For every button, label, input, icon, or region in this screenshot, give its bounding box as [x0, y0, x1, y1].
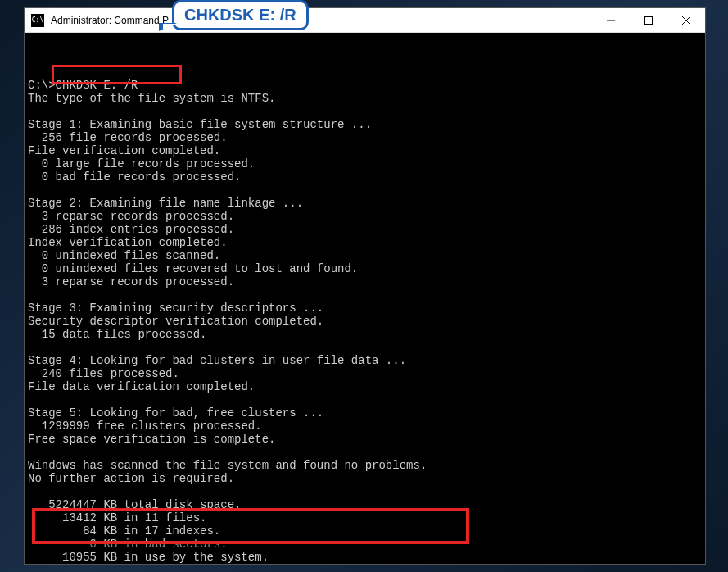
terminal-line: Stage 4: Looking for bad clusters in use…	[28, 354, 702, 367]
terminal-line: Windows has scanned the file system and …	[28, 459, 702, 472]
window-titlebar: C:\ Administrator: Command P	[25, 8, 705, 33]
terminal-output[interactable]: C:\>CHKDSK E: /RThe type of the file sys…	[25, 33, 705, 564]
terminal-line	[28, 393, 702, 406]
terminal-line: 1299999 free clusters processed.	[28, 420, 702, 433]
terminal-line: Stage 5: Looking for bad, free clusters …	[28, 406, 702, 420]
annotation-callout: CHKDSK E: /R	[172, 0, 309, 30]
terminal-line	[28, 341, 702, 354]
maximize-icon	[644, 16, 653, 25]
terminal-line: 240 files processed.	[28, 367, 702, 380]
terminal-line: The type of the file system is NTFS.	[28, 92, 702, 105]
terminal-line: 286 index entries processed.	[28, 223, 702, 236]
terminal-line: Stage 1: Examining basic file system str…	[28, 118, 702, 131]
terminal-line: 256 file records processed.	[28, 131, 702, 144]
terminal-line	[28, 446, 702, 459]
cmd-icon: C:\	[31, 14, 44, 27]
terminal-line: File verification completed.	[28, 144, 702, 157]
terminal-line: 0 large file records processed.	[28, 157, 702, 170]
terminal-line: 15 data files processed.	[28, 328, 702, 341]
terminal-line: Security descriptor verification complet…	[28, 315, 702, 328]
command-prompt-window: C:\ Administrator: Command P C:\>CHKDSK …	[24, 7, 706, 565]
window-title: Administrator: Command P	[51, 15, 592, 26]
terminal-line: 3 reparse records processed.	[28, 275, 702, 288]
terminal-line: 0 unindexed files scanned.	[28, 249, 702, 262]
terminal-line: 10955 KB in use by the system.	[28, 551, 702, 564]
terminal-line	[28, 105, 702, 118]
maximize-button[interactable]	[630, 8, 667, 32]
terminal-line: Free space verification is complete.	[28, 433, 702, 446]
result-highlight-box	[32, 508, 469, 544]
terminal-line	[28, 485, 702, 498]
terminal-line	[28, 184, 702, 197]
close-button[interactable]	[667, 8, 705, 32]
minimize-button[interactable]	[592, 8, 630, 32]
terminal-line: 0 unindexed files recovered to lost and …	[28, 262, 702, 275]
command-highlight-box	[52, 65, 182, 84]
terminal-line: Index verification completed.	[28, 236, 702, 249]
minimize-icon	[607, 16, 615, 25]
terminal-line: Stage 3: Examining security descriptors …	[28, 302, 702, 315]
terminal-line: Stage 2: Examining file name linkage ...	[28, 197, 702, 210]
terminal-line: File data verification completed.	[28, 380, 702, 393]
svg-rect-1	[645, 16, 653, 24]
terminal-text: C:\>CHKDSK E: /RThe type of the file sys…	[28, 66, 702, 564]
terminal-line	[28, 288, 702, 302]
terminal-line: 3 reparse records processed.	[28, 210, 702, 223]
callout-text: CHKDSK E: /R	[184, 6, 296, 24]
close-icon	[682, 16, 690, 25]
terminal-line: No further action is required.	[28, 472, 702, 485]
terminal-line: 0 bad file records processed.	[28, 170, 702, 184]
window-controls	[592, 8, 705, 32]
